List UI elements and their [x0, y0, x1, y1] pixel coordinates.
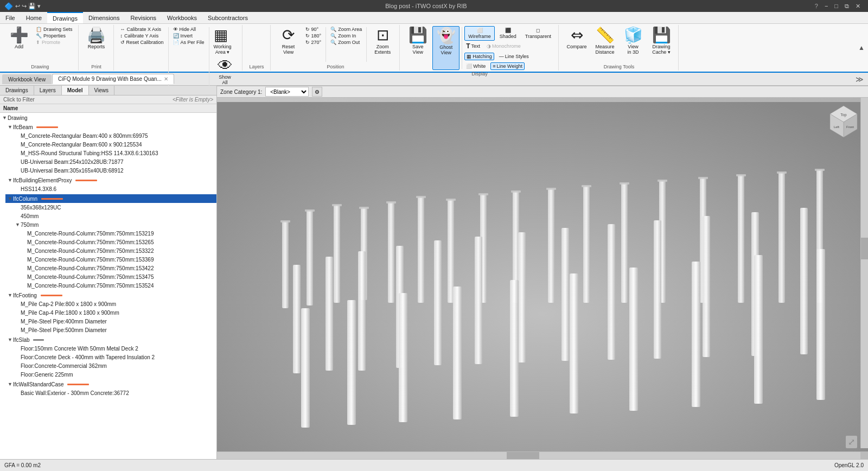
tree-toggle-ifcbeam[interactable]: ▼	[8, 124, 13, 130]
tree-toggle-ifcfooting[interactable]: ▼	[8, 292, 13, 298]
panel-expand-button[interactable]: ≫	[853, 75, 866, 84]
transparent-button[interactable]: ◻ Transparent	[521, 26, 555, 41]
add-button[interactable]: ➕ Add	[5, 26, 33, 51]
close-button[interactable]: ✕	[852, 3, 864, 10]
line-weight-check-button[interactable]: ≡ Line Weight	[490, 62, 525, 70]
tree-row-beam-5[interactable]: UB-Universal Beam:305x165x40UB:68912	[13, 166, 216, 175]
rotate-270-button[interactable]: ↻ 270°	[303, 39, 324, 46]
tree-row-rc-153369[interactable]: M_Concrete-Round-Column:750mm:750mm:1533…	[20, 255, 216, 264]
zoom-area-button[interactable]: 🔍 Zoom Area	[328, 26, 364, 33]
calibrate-y-button[interactable]: ↕ Calibrate Y Axis	[118, 33, 166, 39]
save-view-button[interactable]: 💾 SaveView	[404, 26, 431, 70]
zoom-extents-button[interactable]: ⊡ ZoomExtents	[369, 26, 396, 56]
tree-row-col-750[interactable]: ▼ 750mm	[13, 220, 216, 229]
tree-row-beam-4[interactable]: UB-Universal Beam:254x102x28UB:71877	[13, 157, 216, 166]
save-icon[interactable]: 💾	[28, 3, 36, 10]
tree-row-rc-153475[interactable]: M_Concrete-Round-Column:750mm:750mm:1534…	[20, 272, 216, 281]
calibrate-x-button[interactable]: ↔ Calibrate X Axis	[118, 26, 166, 33]
restore-button[interactable]: ⧉	[841, 3, 852, 10]
reset-view-button[interactable]: ⟳ ResetView	[275, 26, 302, 56]
tree-row-rc-153265[interactable]: M_Concrete-Round-Column:750mm:750mm:1532…	[20, 238, 216, 246]
reports-button[interactable]: 🖨️ Reports	[83, 26, 110, 51]
invert-button[interactable]: 🔄 Invert	[171, 33, 207, 39]
vscrollbar-thumb[interactable]	[861, 238, 868, 259]
tree-row-floor-generic[interactable]: Floor:Generic 225mm	[13, 370, 216, 379]
shaded-button[interactable]: ⬛ Shaded	[496, 26, 520, 41]
as-per-file-button[interactable]: 📄 As Per File	[171, 39, 207, 46]
tree-container[interactable]: ▼ Drawing ▼ IfcBeam M_Concrete-Rectangul…	[0, 113, 216, 459]
menu-revisions[interactable]: Revisions	[125, 12, 162, 23]
panel-tab-layers[interactable]: Layers	[34, 86, 62, 95]
zone-category-select[interactable]: <Blank>	[265, 87, 309, 97]
tree-row-floor-commercial[interactable]: Floor:Concrete-Commercial 362mm	[13, 361, 216, 370]
tree-row-pile-steel-400[interactable]: M_Pile-Steel Pipe:400mm Diameter	[13, 317, 216, 326]
properties-button[interactable]: 🔧 Properties	[34, 33, 75, 39]
tree-row-ifcbep[interactable]: ▼ IfcBuildingElementProxy	[5, 176, 216, 184]
menu-home[interactable]: Home	[21, 12, 47, 23]
menu-drawings[interactable]: Drawings	[47, 12, 83, 23]
hide-all-button[interactable]: 👁 Hide All	[171, 26, 207, 33]
tree-row-pile-cap-4[interactable]: M_Pile Cap-4 Pile:1800 x 1800 x 900mm	[13, 308, 216, 317]
drawing-sets-button[interactable]: 📋 Drawing Sets	[34, 26, 75, 33]
tree-row-ifcwall[interactable]: ▼ IfcWallStandardCase	[5, 380, 216, 389]
tree-row-col-450[interactable]: 450mm	[13, 212, 216, 220]
expand-viewport-button[interactable]: ⤢	[846, 436, 857, 448]
drawing-cache-button[interactable]: 💾 DrawingCache ▾	[648, 26, 675, 56]
panel-tab-drawings[interactable]: Drawings	[0, 86, 34, 95]
tree-toggle-ifcslab[interactable]: ▼	[8, 337, 13, 342]
panel-tab-views[interactable]: Views	[89, 86, 115, 95]
tree-toggle-ifccolumn[interactable]: ▼	[8, 196, 13, 201]
white-check-button[interactable]: ⬜ White	[464, 63, 487, 69]
filter-label[interactable]: Click to Filter	[3, 97, 35, 103]
tree-row-ifcbeam[interactable]: ▼ IfcBeam	[5, 123, 216, 131]
ribbon-collapse[interactable]: ▲	[857, 25, 866, 71]
maximize-button[interactable]: □	[831, 3, 841, 10]
tree-row-basic-wall[interactable]: Basic Wall:Exterior - 300mm Concrete:367…	[13, 389, 216, 397]
hscrollbar-thumb[interactable]	[507, 452, 539, 459]
viewport-vscrollbar[interactable]	[860, 98, 868, 448]
menu-workbooks[interactable]: Workbooks	[162, 12, 202, 23]
tree-toggle-ifcwall[interactable]: ▼	[8, 381, 13, 387]
tree-row-beam-1[interactable]: M_Concrete-Rectangular Beam:400 x 800mm:…	[13, 131, 216, 140]
menu-subcontractors[interactable]: Subcontractors	[202, 12, 253, 23]
tree-row-rc-153422[interactable]: M_Concrete-Round-Column:750mm:750mm:1534…	[20, 264, 216, 272]
zoom-in-button[interactable]: 🔍 Zoom In	[328, 33, 364, 39]
tree-row-rc-153322[interactable]: M_Concrete-Round-Column:750mm:750mm:1533…	[20, 246, 216, 255]
tree-row-rc-153219[interactable]: M_Concrete-Round-Column:750mm:750mm:1532…	[20, 229, 216, 238]
compare-button[interactable]: ⇔ Compare	[563, 26, 590, 51]
tree-row-drawing[interactable]: ▼ Drawing	[0, 113, 216, 122]
tree-row-floor-150[interactable]: Floor:150mm Concrete With 50mm Metal Dec…	[13, 344, 216, 353]
rotate-180-button[interactable]: ↻ 180°	[303, 33, 324, 39]
show-all-button[interactable]: 👁 ShowAll	[212, 56, 239, 87]
viewport[interactable]: Top Front Left ▲ ◀ ▶ ▼ ⤢	[217, 98, 868, 459]
text-check-button[interactable]: T Text	[464, 42, 482, 50]
tree-row-beam-2[interactable]: M_Concrete-Rectangular Beam:600 x 900:12…	[13, 140, 216, 149]
zoom-out-button[interactable]: 🔍 Zoom Out	[328, 39, 364, 46]
filter-bar[interactable]: Click to Filter <Filter is Empty>	[0, 96, 216, 104]
tree-row-pile-cap-2[interactable]: M_Pile Cap-2 Pile:800 x 1800 x 900mm	[13, 300, 216, 308]
tree-toggle-750[interactable]: ▼	[15, 222, 21, 227]
minimize-button[interactable]: −	[821, 3, 831, 10]
tree-row-ifcslab[interactable]: ▼ IfcSlab	[5, 335, 216, 344]
reset-calibration-button[interactable]: ↺ Reset Calibration	[118, 39, 166, 46]
tab-workbook-view[interactable]: Workbook View	[2, 74, 52, 84]
line-styles-check-button[interactable]: — Line Styles	[497, 53, 531, 60]
wireframe-button[interactable]: ⬜ Wireframe	[464, 26, 495, 41]
tree-row-rc-153524[interactable]: M_Concrete-Round-Column:750mm:750mm:1535…	[20, 281, 216, 290]
nav-cube[interactable]: Top Front Left ▲ ◀ ▶ ▼	[825, 103, 863, 141]
tree-row-floor-400[interactable]: Floor:Concrete Deck - 400mm with Tapered…	[13, 353, 216, 361]
working-area-button[interactable]: ▦ WorkingArea ▾	[212, 26, 239, 56]
help-icon[interactable]: ?	[812, 3, 821, 10]
view-in-3d-button[interactable]: 🧊 Viewin 3D	[620, 26, 647, 56]
rotate-90-button[interactable]: ↻ 90°	[303, 26, 324, 33]
tree-toggle-ifcbep[interactable]: ▼	[8, 177, 13, 183]
ghost-view-button[interactable]: 👻 GhostView	[432, 26, 459, 70]
tree-row-pile-steel-500[interactable]: M_Pile-Steel Pipe:500mm Diameter	[13, 326, 216, 334]
panel-tab-model[interactable]: Model	[62, 86, 89, 95]
tab-close-icon[interactable]: ✕	[164, 76, 168, 82]
viewport-hscrollbar[interactable]	[217, 451, 860, 459]
tree-toggle-drawing[interactable]: ▼	[2, 115, 8, 120]
monochrome-check-button[interactable]: ◑ Monochrome	[485, 43, 522, 49]
measure-distance-button[interactable]: 📏 MeasureDistance	[591, 26, 618, 56]
tab-drawing[interactable]: CiFQ Module 9 Drawing With Base Quan... …	[52, 74, 174, 84]
